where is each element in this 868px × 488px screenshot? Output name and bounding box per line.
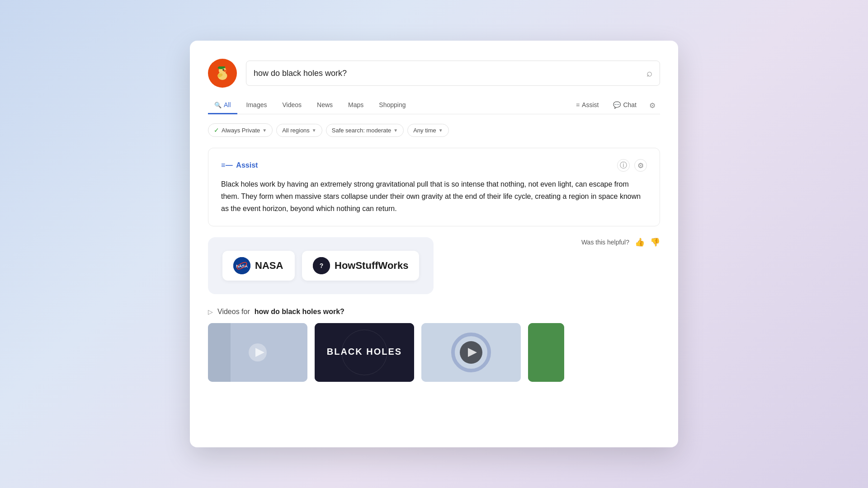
assist-nav-icon: ≡ xyxy=(576,101,580,108)
nav-left: 🔍 All Images Videos News Maps Shopping xyxy=(208,97,570,114)
svg-point-4 xyxy=(223,69,224,70)
svg-rect-8 xyxy=(218,66,225,68)
nav-item-chat[interactable]: 💬 Chat xyxy=(607,97,643,114)
nav-all-label: All xyxy=(224,101,231,108)
nav-item-images[interactable]: Images xyxy=(240,97,274,114)
ddg-logo[interactable] xyxy=(208,59,237,88)
source-card-howstuffworks[interactable]: ? HowStuffWorks xyxy=(302,251,419,281)
filter-safe-search[interactable]: Safe search: moderate ▼ xyxy=(326,124,404,137)
play-icon: ▷ xyxy=(208,308,213,315)
nav-videos-label: Videos xyxy=(282,101,302,108)
video-thumbnail-2[interactable]: BLACK HOLES xyxy=(315,323,414,382)
thumbs-up-button[interactable]: 👍 xyxy=(635,237,645,247)
nasa-label: NASA xyxy=(255,260,283,272)
assist-body-text: Black holes work by having an extremely … xyxy=(221,178,647,215)
source-cards: NASA NASA ? HowStuffWorks xyxy=(208,237,434,294)
filter-time-label: Any time xyxy=(413,127,436,134)
chevron-down-icon: ▼ xyxy=(439,128,443,133)
search-bar[interactable]: ⌕ xyxy=(246,61,660,86)
nav-assist-label: Assist xyxy=(582,101,599,108)
nav-item-videos[interactable]: Videos xyxy=(276,97,308,114)
search-icon[interactable]: ⌕ xyxy=(646,67,652,79)
filter-regions-label: All regions xyxy=(282,127,310,134)
chevron-down-icon: ▼ xyxy=(262,128,267,133)
howstuffworks-label: HowStuffWorks xyxy=(335,260,408,272)
filter-safe-label: Safe search: moderate xyxy=(332,127,392,134)
howstuffworks-logo: ? xyxy=(313,257,330,274)
filter-always-private[interactable]: ✓ Always Private ▼ xyxy=(208,123,273,137)
assist-title-label: Assist xyxy=(236,161,258,169)
filter-time[interactable]: Any time ▼ xyxy=(407,124,448,137)
assist-icon: ≡⸻ xyxy=(221,161,232,169)
svg-rect-15 xyxy=(208,323,231,382)
header: ⌕ xyxy=(208,59,660,88)
assist-card: ≡⸻ Assist ⓘ ⚙ Black holes work by having… xyxy=(208,148,660,226)
svg-rect-25 xyxy=(528,323,564,382)
filter-private-label: Always Private xyxy=(222,127,260,134)
search-nav-icon: 🔍 xyxy=(214,102,222,108)
nav-item-shopping[interactable]: Shopping xyxy=(373,97,412,114)
svg-text:?: ? xyxy=(320,262,324,269)
filter-bar: ✓ Always Private ▼ All regions ▼ Safe se… xyxy=(208,123,660,137)
source-card-nasa[interactable]: NASA NASA xyxy=(222,251,295,281)
browser-window: ⌕ 🔍 All Images Videos News Maps Shopping xyxy=(190,41,678,447)
video-thumbnails: BLACK HOLES xyxy=(208,323,660,382)
filter-regions[interactable]: All regions ▼ xyxy=(276,124,322,137)
nav-right: ≡ Assist 💬 Chat ⚙ xyxy=(570,97,660,114)
helpful-label: Was this helpful? xyxy=(581,239,629,246)
chevron-down-icon: ▼ xyxy=(312,128,316,133)
helpful-row: Was this helpful? 👍 👎 xyxy=(581,237,660,247)
videos-prefix: Videos for xyxy=(217,308,250,316)
search-input[interactable] xyxy=(254,69,646,78)
nav-bar: 🔍 All Images Videos News Maps Shopping ≡ xyxy=(208,97,660,114)
assist-title: ≡⸻ Assist xyxy=(221,161,258,169)
nav-item-news[interactable]: News xyxy=(311,97,339,114)
nav-item-maps[interactable]: Maps xyxy=(342,97,370,114)
nav-maps-label: Maps xyxy=(348,101,363,108)
video-thumbnail-3[interactable] xyxy=(421,323,521,382)
nav-news-label: News xyxy=(317,101,333,108)
nav-item-assist[interactable]: ≡ Assist xyxy=(570,97,605,114)
assist-header: ≡⸻ Assist ⓘ ⚙ xyxy=(221,159,647,172)
assist-settings-button[interactable]: ⚙ xyxy=(634,159,647,172)
nav-images-label: Images xyxy=(246,101,267,108)
video-thumbnail-4[interactable] xyxy=(528,323,564,382)
thumbs-down-button[interactable]: 👎 xyxy=(650,237,660,247)
assist-info-button[interactable]: ⓘ xyxy=(617,159,630,172)
nasa-logo: NASA xyxy=(233,257,250,274)
videos-header: ▷ Videos for how do black holes work? xyxy=(208,308,660,316)
chevron-down-icon: ▼ xyxy=(393,128,398,133)
check-icon: ✓ xyxy=(214,127,219,134)
nav-chat-label: Chat xyxy=(623,101,637,108)
chat-nav-icon: 💬 xyxy=(613,101,621,108)
video-thumbnail-1[interactable] xyxy=(208,323,307,382)
nav-shopping-label: Shopping xyxy=(379,101,406,108)
settings-button[interactable]: ⚙ xyxy=(645,98,660,113)
videos-query: how do black holes work? xyxy=(255,308,344,316)
svg-point-5 xyxy=(223,70,227,72)
nav-item-all[interactable]: 🔍 All xyxy=(208,97,237,114)
videos-section: ▷ Videos for how do black holes work? BL… xyxy=(208,308,660,382)
svg-text:BLACK HOLES: BLACK HOLES xyxy=(327,347,402,357)
assist-actions: ⓘ ⚙ xyxy=(617,159,647,172)
